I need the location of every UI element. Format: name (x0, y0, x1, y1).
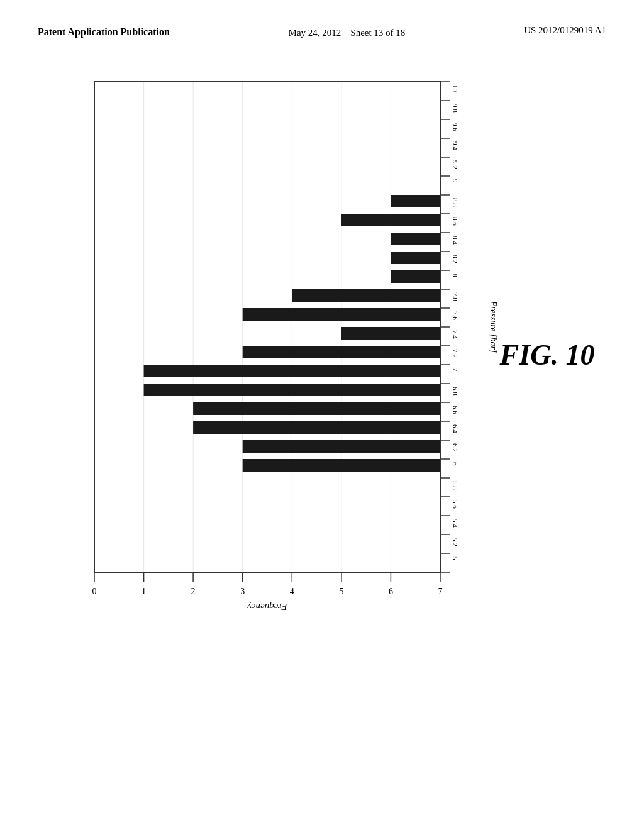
svg-rect-19 (193, 421, 440, 434)
svg-text:5.8: 5.8 (452, 481, 459, 490)
svg-text:9.4: 9.4 (452, 141, 459, 150)
svg-rect-20 (243, 440, 440, 453)
publication-title: Patent Application Publication (38, 25, 170, 39)
svg-rect-12 (292, 289, 440, 302)
svg-text:8.4: 8.4 (452, 236, 459, 245)
svg-text:Pressure [bar]: Pressure [bar] (489, 301, 498, 353)
svg-text:3: 3 (240, 587, 245, 596)
svg-rect-18 (193, 402, 440, 415)
svg-text:7: 7 (438, 587, 443, 596)
svg-rect-10 (391, 252, 440, 264)
svg-text:Frequency: Frequency (247, 602, 288, 612)
svg-text:6.6: 6.6 (452, 406, 459, 414)
svg-rect-21 (243, 459, 440, 472)
svg-text:8.8: 8.8 (452, 198, 459, 207)
svg-rect-9 (391, 233, 440, 245)
svg-text:6: 6 (452, 462, 459, 466)
svg-text:4: 4 (290, 587, 294, 596)
header-center: May 24, 2012 Sheet 13 of 18 (289, 25, 406, 40)
svg-text:6.4: 6.4 (452, 424, 459, 433)
svg-rect-14 (341, 327, 440, 340)
svg-rect-11 (391, 270, 440, 283)
svg-text:7.8: 7.8 (452, 292, 459, 301)
svg-text:1: 1 (142, 587, 146, 596)
page-header: Patent Application Publication May 24, 2… (0, 0, 644, 53)
svg-text:5: 5 (339, 587, 343, 596)
svg-rect-17 (144, 384, 440, 396)
svg-text:6.8: 6.8 (452, 387, 459, 396)
svg-text:7.4: 7.4 (452, 330, 459, 339)
svg-text:5.4: 5.4 (452, 519, 459, 528)
svg-rect-13 (243, 308, 440, 321)
svg-text:2: 2 (191, 587, 196, 596)
svg-text:6.2: 6.2 (452, 443, 459, 452)
svg-rect-16 (144, 365, 440, 377)
svg-rect-8 (341, 214, 440, 226)
svg-text:7.2: 7.2 (452, 349, 459, 358)
bar-chart: 0 1 2 3 4 5 6 7 Frequency 10 9.8 9.6 9.4… (31, 63, 597, 755)
svg-text:9: 9 (452, 179, 459, 183)
svg-text:FIG. 10: FIG. 10 (499, 339, 595, 371)
patent-number: US 2012/0129019 A1 (524, 25, 606, 36)
svg-text:0: 0 (92, 587, 97, 596)
publication-date: May 24, 2012 (289, 28, 341, 38)
svg-text:9.2: 9.2 (452, 160, 459, 169)
svg-text:6: 6 (389, 587, 393, 596)
svg-text:10: 10 (452, 85, 459, 92)
svg-text:7: 7 (452, 368, 459, 372)
svg-rect-7 (391, 195, 440, 208)
svg-text:5.6: 5.6 (452, 500, 459, 509)
svg-text:8.6: 8.6 (452, 217, 459, 226)
svg-text:5: 5 (452, 556, 459, 560)
svg-text:8: 8 (452, 274, 459, 277)
svg-text:7.6: 7.6 (452, 311, 459, 320)
svg-rect-15 (243, 346, 440, 358)
svg-text:9.8: 9.8 (452, 104, 459, 113)
sheet-info: Sheet 13 of 18 (350, 28, 405, 38)
svg-text:8.2: 8.2 (452, 255, 459, 263)
svg-text:5.2: 5.2 (452, 538, 459, 546)
svg-text:9.6: 9.6 (452, 123, 459, 131)
